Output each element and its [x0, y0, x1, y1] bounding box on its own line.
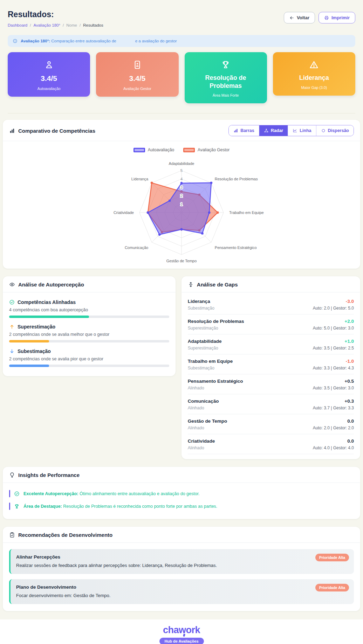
- svg-text:Adaptabilidade: Adaptabilidade: [169, 161, 194, 166]
- footer-badge: Hub de Avaliações: [159, 638, 204, 644]
- tab-radar[interactable]: Radar: [259, 125, 288, 136]
- summary-card-area-mais-forte: Resolução de Problemas Área Mais Forte: [185, 52, 267, 103]
- gap-name: Criatividade: [188, 438, 215, 444]
- gap-value: -3.0: [313, 299, 354, 304]
- perception-list: Competências Alinhadas 4 competências co…: [3, 292, 176, 376]
- priority-badge: Prioridade Alta: [315, 554, 349, 561]
- gap-name: Liderança: [188, 299, 214, 304]
- line-chart-icon: [293, 128, 297, 133]
- tab-dispersao[interactable]: Dispersão: [316, 125, 354, 136]
- gap-detail: Auto: 3.7 | Gestor: 3.3: [313, 406, 354, 410]
- imprimir-button[interactable]: Imprimir: [319, 12, 355, 23]
- summary-card-value: Liderança: [278, 74, 350, 82]
- perception-card: Análise de Autopercepção Competências Al…: [3, 276, 176, 376]
- gap-detail: Auto: 4.0 | Gestor: 4.0: [313, 445, 354, 450]
- imprimir-label: Imprimir: [331, 15, 350, 20]
- summary-card-label: Maior Gap (3.0): [278, 85, 350, 90]
- tab-barras[interactable]: Barras: [229, 125, 259, 136]
- section-divider: [8, 113, 355, 113]
- summary-cards: 3.4/5 Autoavaliação 3.4/5 Avaliação Gest…: [8, 52, 355, 103]
- radar-chart: 12345AdaptabilidadeResolução de Problema…: [6, 153, 357, 264]
- gap-row-trabalho-em-equipe: Trabalho em Equipe Subestimação -1.0 Aut…: [188, 354, 354, 374]
- recommendation-title: Alinhar Percepções: [16, 554, 310, 560]
- svg-text:Resolução de Problemas: Resolução de Problemas: [215, 177, 258, 181]
- chart-card-header: Comparativo de Competências Barras Radar…: [3, 120, 360, 141]
- legend-autoavaliacao[interactable]: Autoavaliação: [133, 147, 174, 152]
- breadcrumb-avaliacao-180[interactable]: Avaliação 180°: [33, 23, 60, 27]
- insights-card-title: Insights de Performance: [9, 472, 80, 478]
- printer-icon: [324, 15, 329, 20]
- gap-row-criatividade: Criatividade Alinhado 0.0 Auto: 4.0 | Ge…: [188, 434, 354, 454]
- progress-bar: [9, 316, 169, 318]
- gap-status: Alinhado: [188, 386, 243, 390]
- perception-card-title: Análise de Autopercepção: [9, 282, 84, 288]
- progress-fill: [9, 316, 89, 318]
- id-badge-icon: [132, 60, 142, 70]
- insight-accent-bar: [9, 503, 10, 510]
- gap-name: Pensamento Estratégico: [188, 379, 243, 384]
- svg-text:3: 3: [180, 185, 183, 189]
- gap-name: Resolução de Problemas: [188, 319, 244, 324]
- page-title: Resultados:: [8, 10, 103, 19]
- gap-status: Superestimação: [188, 326, 244, 331]
- summary-card-value: Resolução de Problemas: [190, 74, 262, 90]
- progress-fill: [9, 365, 49, 367]
- gap-value: -1.0: [313, 359, 354, 364]
- perception-item-subestimacao: Subestimação 2 competências onde se aval…: [9, 348, 169, 367]
- summary-card-autoavaliacao: 3.4/5 Autoavaliação: [8, 52, 90, 97]
- svg-text:Gestão de Tempo: Gestão de Tempo: [166, 259, 197, 263]
- insight-text: Excelente Autopercepção: Ótimo alinhamen…: [23, 491, 200, 496]
- gap-row-adaptabilidade: Adaptabilidade Superestimação +1.0 Auto:…: [188, 334, 354, 354]
- chart-body: Autoavaliação Avaliação Gestor 12345Adap…: [3, 141, 360, 269]
- insights-list: Excelente Autopercepção: Ótimo alinhamen…: [3, 483, 360, 519]
- arrow-down-icon: [9, 348, 15, 354]
- chart-type-tabs: Barras Radar Linha Dispersão: [228, 125, 354, 136]
- breadcrumb-separator: /: [63, 23, 64, 27]
- bar-chart-icon: [233, 128, 238, 133]
- info-banner: Avaliação 180°: Comparação entre autoava…: [8, 35, 355, 47]
- voltar-button[interactable]: Voltar: [284, 12, 315, 23]
- gap-value: +2.0: [313, 319, 354, 324]
- breadcrumb-separator: /: [30, 23, 31, 27]
- gap-status: Subestimação: [188, 306, 214, 311]
- breadcrumb-separator: /: [80, 23, 81, 27]
- voltar-label: Voltar: [297, 15, 309, 20]
- header-left: Resultados: Dashboard/Avaliação 180°/Nom…: [8, 10, 103, 27]
- progress-bar: [9, 365, 169, 367]
- gap-row-gestao-de-tempo: Gestão de Tempo Alinhado 0.0 Auto: 2.0 |…: [188, 414, 354, 434]
- perception-item-description: 2 competências onde se avalia melhor que…: [9, 332, 169, 337]
- svg-text:4: 4: [180, 177, 183, 181]
- perception-item-superestimacao: Superestimação 2 competências onde se av…: [9, 324, 169, 342]
- svg-text:5: 5: [180, 168, 183, 173]
- gap-name: Comunicação: [188, 399, 219, 404]
- user-icon: [44, 60, 54, 70]
- eye-icon: [9, 282, 15, 288]
- trophy-icon: [221, 60, 231, 70]
- summary-card-value: 3.4/5: [13, 74, 85, 83]
- breadcrumb-dashboard[interactable]: Dashboard: [8, 23, 27, 27]
- gap-value: +0.3: [313, 399, 354, 404]
- info-icon: [13, 39, 18, 43]
- summary-card-label: Avaliação Gestor: [101, 86, 173, 91]
- gap-detail: Auto: 3.5 | Gestor: 2.5: [313, 346, 354, 351]
- insight-accent-bar: [9, 490, 10, 497]
- arrows-up-down-icon: [188, 282, 194, 288]
- svg-text:2: 2: [180, 194, 183, 198]
- summary-card-value: 3.4/5: [101, 74, 173, 83]
- gap-value: +0.5: [313, 379, 354, 384]
- breadcrumb: Dashboard/Avaliação 180°/Nome/Resultados: [8, 23, 103, 27]
- gap-detail: Auto: 2.0 | Gestor: 2.0: [313, 425, 354, 430]
- scatter-icon: [321, 128, 326, 133]
- gap-row-pensamento-estrategico: Pensamento Estratégico Alinhado +0.5 Aut…: [188, 374, 354, 394]
- bar-chart-icon: [9, 128, 15, 134]
- trophy-icon: [14, 504, 20, 509]
- legend-swatch: [133, 148, 145, 152]
- legend-avaliacao-gestor[interactable]: Avaliação Gestor: [183, 147, 230, 152]
- svg-text:Criatividade: Criatividade: [114, 210, 134, 215]
- page-header: Resultados: Dashboard/Avaliação 180°/Nom…: [3, 7, 360, 27]
- recommendations-list: Prioridade Alta Alinhar Percepções Reali…: [3, 543, 360, 611]
- chawork-logo: chawork: [163, 625, 200, 635]
- recommendation-text: Realizar sessões de feedback para alinha…: [16, 563, 310, 568]
- tab-linha[interactable]: Linha: [288, 125, 316, 136]
- svg-text:Pensamento Estratégico: Pensamento Estratégico: [215, 245, 257, 250]
